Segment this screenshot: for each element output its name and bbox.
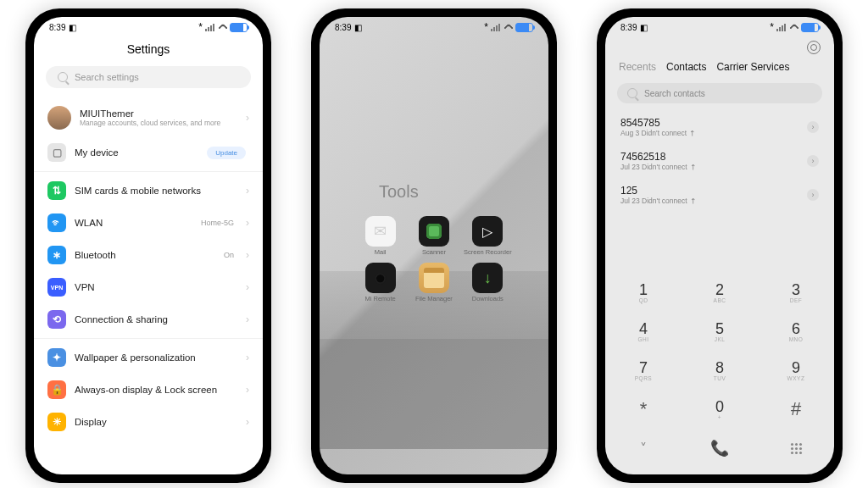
status-bar: 8:39◧: [605, 17, 834, 37]
app-files[interactable]: File Manager: [407, 263, 460, 302]
key-2[interactable]: 2ABC: [682, 273, 758, 312]
wallpaper-surface2: [320, 339, 548, 449]
display-row[interactable]: ☀ Display ›: [34, 406, 263, 438]
call-row[interactable]: 8545785Aug 3 Didn't connect↗ ›: [605, 110, 834, 144]
keypad: 1QD 2ABC 3DEF 4GHI 5JKL 6MNO 7PQRS 8TUV …: [605, 271, 834, 474]
search-input[interactable]: Search settings: [46, 66, 251, 88]
call-row[interactable]: 74562518Jul 23 Didn't connect↗ ›: [605, 144, 834, 178]
dialpad-toggle[interactable]: [758, 429, 834, 468]
download-icon: [472, 263, 503, 293]
key-1[interactable]: 1QD: [605, 273, 682, 312]
detail-icon[interactable]: ›: [807, 189, 819, 201]
key-hash[interactable]: #: [758, 390, 834, 429]
app-label: Downloads: [472, 296, 504, 302]
key-0[interactable]: 0+: [682, 390, 758, 429]
chevron-right-icon: ›: [246, 313, 249, 325]
call-row[interactable]: 125Jul 23 Didn't connect↗ ›: [605, 178, 834, 212]
notif-icon: ◧: [69, 23, 76, 32]
status-time: 8:39: [620, 23, 637, 32]
battery-icon: [801, 23, 819, 32]
key-6[interactable]: 6MNO: [758, 312, 834, 351]
mydevice-row[interactable]: ▢ My device Update: [34, 136, 263, 169]
detail-icon[interactable]: ›: [807, 121, 819, 133]
app-recorder[interactable]: Screen Recorder: [461, 216, 515, 256]
app-downloads[interactable]: Downloads: [461, 263, 515, 302]
tab-recents[interactable]: Recents: [619, 61, 656, 73]
wifi-icon: [217, 23, 227, 31]
app-label: Mail: [375, 249, 387, 256]
gear-icon[interactable]: [807, 41, 821, 54]
key-9[interactable]: 9WXYZ: [758, 351, 834, 390]
app-mail[interactable]: Mail: [353, 216, 407, 256]
tab-carrier[interactable]: Carrier Services: [716, 61, 789, 73]
mydevice-label: My device: [75, 147, 198, 158]
app-scanner[interactable]: Scanner: [407, 216, 460, 256]
app-label: Scanner: [422, 249, 446, 256]
sim-row[interactable]: ⇅ SIM cards & mobile networks ›: [34, 175, 263, 207]
call-number: 8545785: [620, 117, 807, 129]
wallpaper-row[interactable]: ✦ Wallpaper & personalization ›: [34, 341, 263, 374]
chevron-down-icon: ˅: [640, 441, 647, 457]
bluetooth-icon: [198, 21, 203, 33]
vpn-icon: VPN: [47, 278, 66, 297]
search-icon: [627, 88, 637, 98]
account-sub: Manage accounts, cloud services, and mor…: [80, 119, 237, 127]
detail-icon[interactable]: ›: [807, 155, 819, 167]
chevron-right-icon: ›: [246, 416, 249, 428]
key-5[interactable]: 5JKL: [682, 312, 758, 351]
aod-row[interactable]: 🔒 Always-on display & Lock screen ›: [34, 374, 263, 406]
signal-icon: [205, 24, 214, 31]
connection-row[interactable]: ⟲ Connection & sharing ›: [34, 303, 263, 336]
phone-icon: 📞: [710, 439, 729, 458]
row-label: Always-on display & Lock screen: [75, 385, 237, 395]
app-label: Screen Recorder: [464, 249, 512, 256]
key-star[interactable]: *: [605, 390, 682, 429]
key-3[interactable]: 3DEF: [758, 273, 834, 312]
search-contacts[interactable]: Search contacts: [617, 83, 822, 103]
tab-contacts[interactable]: Contacts: [666, 61, 706, 73]
call-button[interactable]: 📞: [682, 429, 758, 468]
row-label: Bluetooth: [75, 250, 215, 260]
vpn-row[interactable]: VPN VPN ›: [34, 271, 263, 303]
outgoing-icon: ↗: [687, 196, 698, 207]
bluetooth-row[interactable]: ∗ Bluetooth On ›: [34, 239, 263, 271]
app-label: File Manager: [415, 296, 453, 302]
remote-icon: [365, 263, 396, 293]
folder-title: Tools: [379, 182, 419, 202]
chevron-right-icon: ›: [246, 217, 249, 229]
page-title: Settings: [34, 37, 263, 63]
status-time: 8:39: [49, 23, 65, 32]
key-8[interactable]: 8TUV: [682, 351, 758, 390]
chevron-right-icon: ›: [246, 281, 249, 293]
app-remote[interactable]: Mi Remote: [353, 263, 407, 302]
row-label: WLAN: [75, 218, 192, 228]
account-name: MIUIThemer: [80, 108, 237, 119]
notif-icon: ◧: [640, 23, 648, 32]
search-placeholder: Search contacts: [644, 89, 705, 98]
tabs: Recents Contacts Carrier Services: [605, 54, 834, 80]
device-icon: ▢: [47, 143, 66, 162]
chevron-right-icon: ›: [246, 249, 249, 261]
avatar: [47, 106, 71, 130]
wlan-row[interactable]: ᯤ WLAN Home-5G ›: [34, 207, 263, 239]
battery-icon: [515, 23, 533, 32]
outgoing-icon: ↗: [687, 162, 698, 173]
wlan-icon: ᯤ: [47, 214, 66, 232]
phone-dialer: 8:39◧ Recents Contacts Carrier Services …: [597, 8, 843, 483]
wifi-icon: [503, 23, 513, 31]
scanner-icon: [419, 216, 449, 247]
close-keypad[interactable]: ˅: [605, 429, 682, 468]
account-row[interactable]: MIUIThemer Manage accounts, cloud servic…: [34, 99, 263, 136]
row-label: VPN: [75, 282, 237, 292]
grid-icon: [791, 443, 802, 454]
phone-settings: 8:39◧ Settings Search settings MIUITheme…: [25, 8, 271, 483]
status-time: 8:39: [335, 23, 351, 32]
bluetooth-row-icon: ∗: [47, 246, 66, 264]
key-7[interactable]: 7PQRS: [605, 351, 682, 390]
mail-icon: [365, 216, 396, 247]
row-label: Wallpaper & personalization: [75, 352, 237, 363]
app-label: Mi Remote: [365, 296, 396, 302]
call-number: 74562518: [620, 151, 807, 163]
update-badge: Update: [207, 147, 246, 159]
key-4[interactable]: 4GHI: [605, 312, 682, 351]
